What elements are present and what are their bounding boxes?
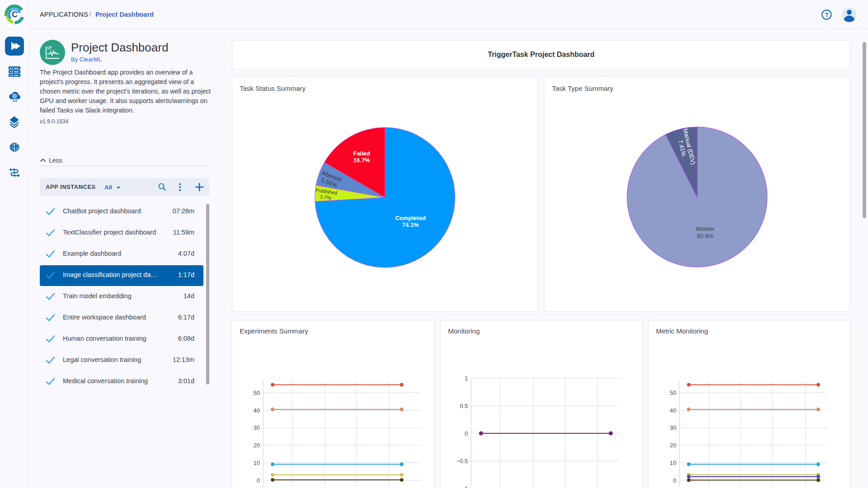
svg-text:?: ? — [825, 11, 828, 18]
svg-text:C: C — [12, 10, 18, 19]
